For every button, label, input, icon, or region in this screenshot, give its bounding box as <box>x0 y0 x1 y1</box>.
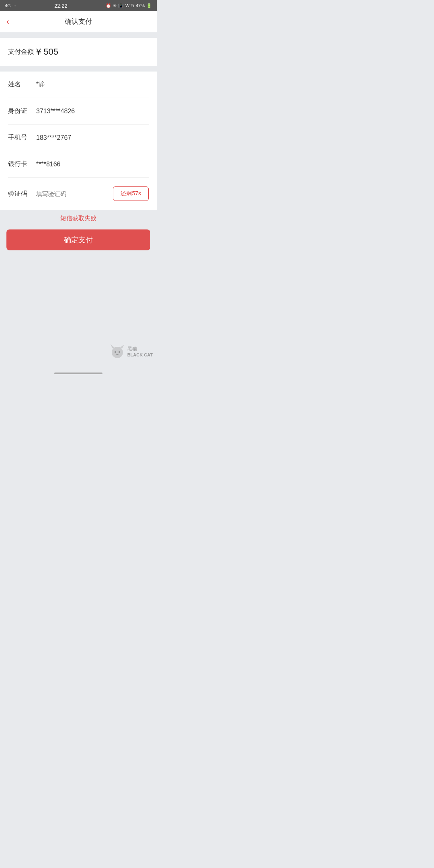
top-divider <box>0 32 157 38</box>
battery-icon: 🔋 <box>146 3 152 8</box>
verify-input[interactable] <box>36 190 113 197</box>
amount-row: 支付金额 ¥ 505 <box>8 38 149 66</box>
svg-marker-1 <box>111 344 115 348</box>
verify-row: 验证码 还剩57s <box>8 178 149 210</box>
name-label: 姓名 <box>8 80 36 89</box>
svg-marker-2 <box>120 344 124 348</box>
watermark-chinese: 黑猫 <box>127 346 153 352</box>
page-title: 确认支付 <box>65 17 92 26</box>
svg-point-0 <box>112 347 123 358</box>
bank-label: 银行卡 <box>8 160 36 168</box>
svg-point-3 <box>115 351 116 353</box>
sms-error-message: 短信获取失败 <box>0 210 157 227</box>
phone-value: 183****2767 <box>36 134 149 141</box>
verify-label: 验证码 <box>8 190 36 198</box>
amount-value: ¥ 505 <box>36 47 149 57</box>
id-value: 3713****4826 <box>36 108 149 115</box>
watermark-english: BLACK CAT <box>127 352 153 357</box>
lower-area: 黑猫 BLACK CAT <box>0 257 157 369</box>
wifi-icon: WiFi <box>125 3 134 8</box>
vibrate-icon: 📳 <box>118 3 124 8</box>
name-value: *静 <box>36 80 149 89</box>
status-time: 22:22 <box>54 3 68 9</box>
bank-value: ****8166 <box>36 161 149 168</box>
home-bar <box>54 373 102 374</box>
id-label: 身份证 <box>8 107 36 115</box>
home-indicator <box>0 369 157 378</box>
back-button[interactable]: ‹ <box>6 17 9 26</box>
status-indicators: ⏰ ✳ 📳 WiFi 47% 🔋 <box>106 3 152 8</box>
battery-level: 47% <box>136 3 145 8</box>
navigation-bar: ‹ 确认支付 <box>0 11 157 32</box>
watermark-text-block: 黑猫 BLACK CAT <box>127 346 153 357</box>
info-section: 姓名 *静 身份证 3713****4826 手机号 183****2767 银… <box>0 72 157 210</box>
phone-label: 手机号 <box>8 133 36 142</box>
alarm-icon: ⏰ <box>106 3 111 8</box>
svg-point-4 <box>119 351 120 353</box>
middle-divider <box>0 66 157 72</box>
status-bar: 4G ··· 22:22 ⏰ ✳ 📳 WiFi 47% 🔋 <box>0 0 157 11</box>
watermark: 黑猫 BLACK CAT <box>107 341 153 361</box>
id-row: 身份证 3713****4826 <box>8 98 149 125</box>
cat-icon <box>107 341 127 361</box>
bluetooth-icon: ✳ <box>113 3 117 8</box>
phone-row: 手机号 183****2767 <box>8 125 149 151</box>
confirm-payment-button[interactable]: 确定支付 <box>6 229 150 250</box>
bank-row: 银行卡 ****8166 <box>8 151 149 178</box>
signal-4g: 4G <box>5 3 11 8</box>
payment-amount-section: 支付金额 ¥ 505 <box>0 38 157 66</box>
amount-label: 支付金额 <box>8 48 36 56</box>
verify-timer-button[interactable]: 还剩57s <box>113 186 149 201</box>
signal-dots: ··· <box>12 3 16 8</box>
status-signal: 4G ··· <box>5 3 16 8</box>
name-row: 姓名 *静 <box>8 72 149 98</box>
